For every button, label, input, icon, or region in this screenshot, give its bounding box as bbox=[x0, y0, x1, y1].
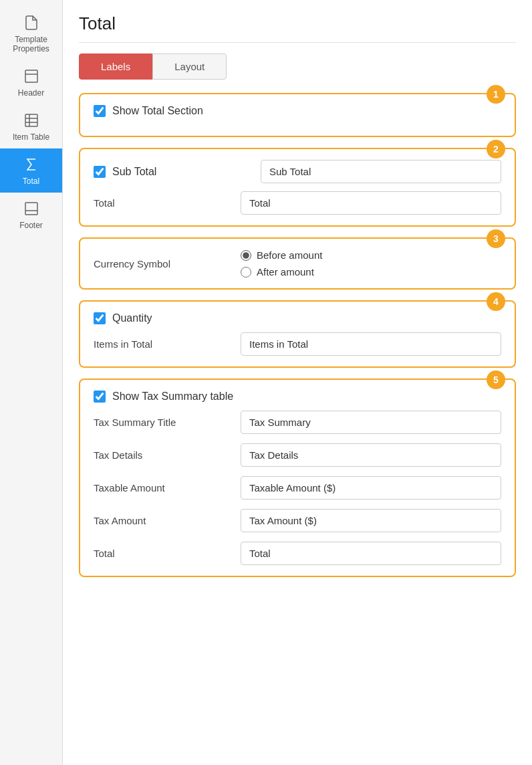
taxable-amount-row: Taxable Amount bbox=[94, 476, 501, 500]
show-total-checkbox[interactable] bbox=[94, 105, 106, 117]
tax-total-label: Total bbox=[94, 548, 241, 559]
quantity-section-box: 4 Quantity Items in Total bbox=[79, 300, 516, 368]
show-total-section-box: 1 Show Total Section bbox=[79, 93, 516, 137]
svg-rect-0 bbox=[25, 70, 37, 82]
sigma-icon bbox=[22, 155, 41, 174]
quantity-checkbox-row: Quantity bbox=[94, 312, 501, 324]
before-amount-radio[interactable] bbox=[241, 250, 251, 261]
main-content: Total Labels Layout 1 Show Total Section… bbox=[63, 0, 532, 765]
section-number-1: 1 bbox=[487, 85, 505, 104]
taxable-amount-label: Taxable Amount bbox=[94, 482, 241, 494]
tax-details-label: Tax Details bbox=[94, 449, 241, 461]
tax-amount-input[interactable] bbox=[241, 509, 501, 532]
sub-total-checkbox[interactable] bbox=[94, 166, 106, 178]
section-number-5: 5 bbox=[487, 370, 505, 389]
tax-summary-title-row: Tax Summary Title bbox=[94, 411, 501, 434]
sub-total-checkbox-label[interactable]: Sub Total bbox=[112, 166, 156, 178]
section-number-3: 3 bbox=[487, 229, 505, 248]
before-amount-label[interactable]: Before amount bbox=[257, 249, 322, 261]
show-total-label[interactable]: Show Total Section bbox=[112, 105, 203, 117]
tax-summary-title-input[interactable] bbox=[241, 411, 501, 434]
tax-amount-label: Tax Amount bbox=[94, 515, 241, 526]
show-total-checkbox-row: Show Total Section bbox=[94, 105, 501, 117]
sidebar-label-header: Header bbox=[18, 88, 44, 98]
tax-amount-row: Tax Amount bbox=[94, 509, 501, 532]
footer-icon bbox=[22, 199, 41, 218]
total-form-row: Total bbox=[94, 191, 501, 215]
sidebar-item-total[interactable]: Total bbox=[0, 148, 62, 193]
currency-form-row: Currency Symbol Before amount After amou… bbox=[94, 249, 501, 278]
sidebar-label-template-properties: Template Properties bbox=[4, 35, 58, 53]
currency-label: Currency Symbol bbox=[94, 258, 241, 269]
sub-total-checkbox-row: Sub Total bbox=[94, 160, 501, 183]
total-input[interactable] bbox=[241, 191, 501, 215]
section-number-4: 4 bbox=[487, 292, 505, 311]
sidebar-item-footer[interactable]: Footer bbox=[0, 193, 62, 237]
taxable-amount-input[interactable] bbox=[241, 476, 501, 500]
currency-section-box: 3 Currency Symbol Before amount After am… bbox=[79, 237, 516, 290]
svg-rect-6 bbox=[25, 203, 37, 215]
sub-total-section-box: 2 Sub Total Total bbox=[79, 148, 516, 227]
sidebar-label-footer: Footer bbox=[19, 221, 43, 230]
svg-rect-2 bbox=[25, 114, 37, 126]
items-in-total-row: Items in Total bbox=[94, 332, 501, 356]
tax-details-input[interactable] bbox=[241, 443, 501, 467]
quantity-checkbox[interactable] bbox=[94, 312, 106, 324]
tab-bar: Labels Layout bbox=[79, 53, 516, 80]
sidebar-item-header[interactable]: Header bbox=[0, 60, 62, 104]
sidebar-label-total: Total bbox=[23, 177, 39, 186]
tax-summary-checkbox-row: Show Tax Summary table bbox=[94, 391, 501, 403]
sidebar-item-template-properties[interactable]: Template Properties bbox=[0, 7, 62, 60]
sub-total-input[interactable] bbox=[261, 160, 501, 183]
header-icon bbox=[22, 67, 41, 86]
tax-total-input[interactable] bbox=[241, 542, 501, 565]
tax-summary-checkbox-label[interactable]: Show Tax Summary table bbox=[112, 391, 233, 403]
tax-details-row: Tax Details bbox=[94, 443, 501, 467]
items-in-total-input[interactable] bbox=[241, 332, 501, 356]
quantity-label[interactable]: Quantity bbox=[112, 312, 152, 324]
file-icon bbox=[22, 13, 41, 32]
tax-summary-checkbox[interactable] bbox=[94, 391, 106, 403]
section-number-2: 2 bbox=[487, 140, 505, 158]
sidebar: Template Properties Header Item Table bbox=[0, 0, 63, 765]
tax-summary-title-label: Tax Summary Title bbox=[94, 417, 241, 428]
total-form-label: Total bbox=[94, 197, 241, 209]
tax-summary-section-box: 5 Show Tax Summary table Tax Summary Tit… bbox=[79, 378, 516, 577]
table-icon bbox=[22, 111, 41, 130]
items-in-total-label: Items in Total bbox=[94, 338, 241, 350]
after-amount-label[interactable]: After amount bbox=[257, 266, 314, 278]
after-amount-radio[interactable] bbox=[241, 267, 251, 278]
tab-labels[interactable]: Labels bbox=[79, 53, 152, 80]
tax-total-row: Total bbox=[94, 542, 501, 565]
after-amount-row: After amount bbox=[241, 266, 322, 278]
currency-radio-group: Before amount After amount bbox=[241, 249, 322, 278]
tab-layout[interactable]: Layout bbox=[152, 53, 227, 80]
before-amount-row: Before amount bbox=[241, 249, 322, 261]
sidebar-item-item-table[interactable]: Item Table bbox=[0, 104, 62, 148]
sidebar-label-item-table: Item Table bbox=[13, 132, 49, 142]
page-title: Total bbox=[79, 13, 516, 43]
